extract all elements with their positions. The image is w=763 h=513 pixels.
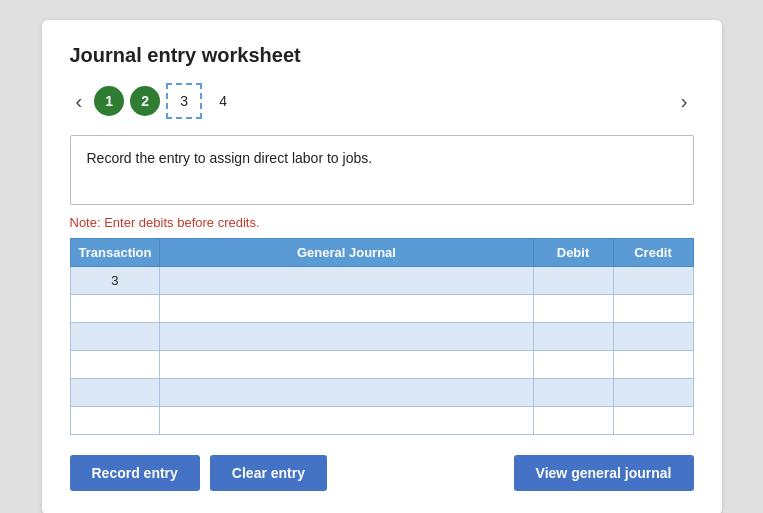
buttons-row: Record entry Clear entry View general jo… — [70, 455, 694, 491]
next-arrow[interactable]: › — [675, 88, 694, 115]
cell-debit[interactable] — [533, 407, 613, 435]
instruction-text: Record the entry to assign direct labor … — [87, 150, 373, 166]
debit-input[interactable] — [540, 385, 607, 400]
cell-credit[interactable] — [613, 351, 693, 379]
table-row — [70, 379, 693, 407]
cell-debit[interactable] — [533, 351, 613, 379]
page-title: Journal entry worksheet — [70, 44, 694, 67]
credit-input[interactable] — [620, 329, 687, 344]
cell-journal[interactable] — [160, 267, 533, 295]
cell-journal[interactable] — [160, 323, 533, 351]
prev-arrow[interactable]: ‹ — [70, 88, 89, 115]
cell-transaction — [70, 407, 160, 435]
col-debit: Debit — [533, 239, 613, 267]
debit-input[interactable] — [540, 357, 607, 372]
cell-credit[interactable] — [613, 295, 693, 323]
journal-input[interactable] — [166, 273, 526, 288]
credit-input[interactable] — [620, 357, 687, 372]
cell-transaction — [70, 323, 160, 351]
tab-1[interactable]: 1 — [94, 86, 124, 116]
journal-input[interactable] — [166, 413, 526, 428]
credit-input[interactable] — [620, 273, 687, 288]
journal-input[interactable] — [166, 329, 526, 344]
col-general-journal: General Journal — [160, 239, 533, 267]
debit-input[interactable] — [540, 273, 607, 288]
clear-entry-button[interactable]: Clear entry — [210, 455, 327, 491]
col-transaction: Transaction — [70, 239, 160, 267]
cell-transaction — [70, 379, 160, 407]
cell-debit[interactable] — [533, 323, 613, 351]
tab-2[interactable]: 2 — [130, 86, 160, 116]
credit-input[interactable] — [620, 413, 687, 428]
cell-credit[interactable] — [613, 407, 693, 435]
journal-table: Transaction General Journal Debit Credit… — [70, 238, 694, 435]
debit-input[interactable] — [540, 413, 607, 428]
cell-transaction — [70, 351, 160, 379]
tab-4[interactable]: 4 — [208, 86, 238, 116]
journal-input[interactable] — [166, 385, 526, 400]
cell-journal[interactable] — [160, 379, 533, 407]
journal-entry-card: Journal entry worksheet ‹ 1 2 3 4 › Reco… — [42, 20, 722, 513]
cell-transaction — [70, 295, 160, 323]
credit-input[interactable] — [620, 301, 687, 316]
table-row: 3 — [70, 267, 693, 295]
cell-journal[interactable] — [160, 407, 533, 435]
view-general-journal-button[interactable]: View general journal — [514, 455, 694, 491]
credit-input[interactable] — [620, 385, 687, 400]
tab-3-active[interactable]: 3 — [166, 83, 202, 119]
cell-debit[interactable] — [533, 295, 613, 323]
debit-input[interactable] — [540, 329, 607, 344]
cell-transaction: 3 — [70, 267, 160, 295]
debit-input[interactable] — [540, 301, 607, 316]
table-row — [70, 295, 693, 323]
cell-journal[interactable] — [160, 351, 533, 379]
instruction-box: Record the entry to assign direct labor … — [70, 135, 694, 205]
table-row — [70, 407, 693, 435]
cell-credit[interactable] — [613, 379, 693, 407]
cell-debit[interactable] — [533, 379, 613, 407]
tabs-row: ‹ 1 2 3 4 › — [70, 83, 694, 119]
cell-credit[interactable] — [613, 267, 693, 295]
table-row — [70, 351, 693, 379]
journal-input[interactable] — [166, 357, 526, 372]
note-text: Note: Enter debits before credits. — [70, 215, 694, 230]
cell-debit[interactable] — [533, 267, 613, 295]
cell-journal[interactable] — [160, 295, 533, 323]
record-entry-button[interactable]: Record entry — [70, 455, 200, 491]
table-row — [70, 323, 693, 351]
cell-credit[interactable] — [613, 323, 693, 351]
col-credit: Credit — [613, 239, 693, 267]
journal-input[interactable] — [166, 301, 526, 316]
